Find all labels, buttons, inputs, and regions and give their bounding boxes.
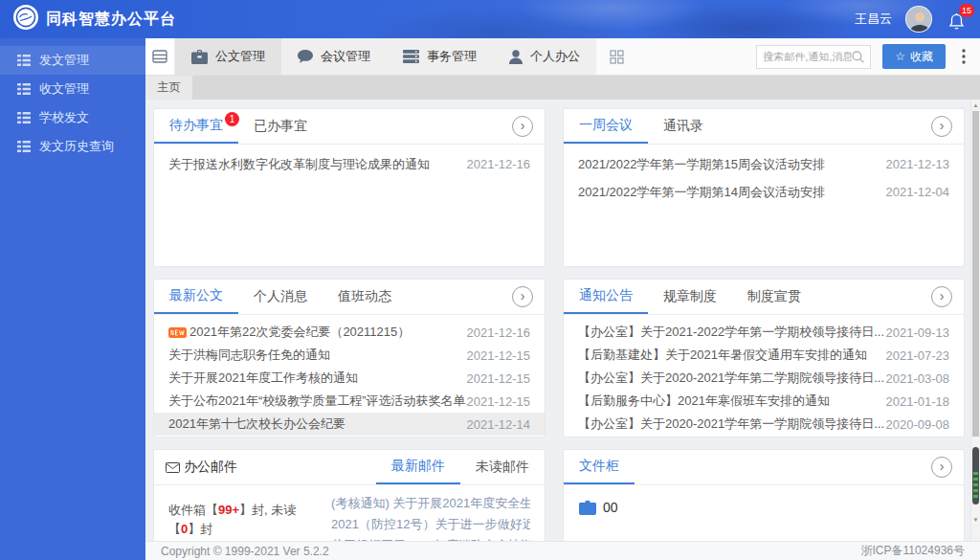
layout-icon bbox=[152, 50, 167, 63]
page-tab-home[interactable]: 主页 bbox=[145, 76, 192, 100]
new-icon bbox=[168, 327, 187, 338]
vertical-scrollbar[interactable]: ▲ ▼ bbox=[970, 100, 980, 541]
card-file-cabinet: 文件柜 › 00 bbox=[563, 449, 965, 541]
list-item[interactable]: 关于洪梅同志职务任免的通知 2021-12-15 bbox=[154, 344, 545, 367]
scroll-down-arrow[interactable]: ▼ bbox=[971, 515, 980, 525]
module-tab-personal[interactable]: 个人办公 bbox=[493, 38, 596, 75]
list-item[interactable]: 【后勤服务中心】2021年寒假班车安排的通知 2021-01-18 bbox=[564, 390, 964, 413]
folder-item[interactable]: 00 bbox=[579, 500, 948, 515]
tab-week-meetings[interactable]: 一周会议 bbox=[564, 109, 648, 144]
list-item[interactable]: 关于公布2021年“校级教学质量工程”评选活动获奖名单... 2021-12-1… bbox=[154, 390, 545, 413]
tab-pending-tasks[interactable]: 待办事宜 1 bbox=[154, 109, 238, 144]
notification-count-badge: 15 bbox=[959, 4, 974, 17]
folder-label: 00 bbox=[603, 500, 618, 515]
module-tab-meetings[interactable]: 会议管理 bbox=[281, 38, 387, 75]
tab-duty-updates[interactable]: 值班动态 bbox=[323, 280, 407, 314]
card-latest-documents: 最新公文 个人消息 值班动态 › 2021年第22次党委会纪要（20211215… bbox=[153, 279, 546, 437]
inbox-count: 99+ bbox=[218, 503, 239, 517]
list-item[interactable]: 2021/2022学年第一学期第15周会议活动安排 2021-12-13 bbox=[564, 150, 964, 178]
list-item[interactable]: 【办公室】关于2021-2022学年第一学期校领导接待日... 2021-09-… bbox=[564, 321, 964, 344]
search-input[interactable] bbox=[763, 51, 852, 62]
app-title: 同科智慧办公平台 bbox=[46, 10, 176, 30]
mail-list: (考核通知) 关于开展2021年度安全生产暨... 2021（防控12号）关于进… bbox=[331, 485, 530, 541]
sidebar-item-doc-history[interactable]: 发文历史查询 bbox=[0, 132, 145, 161]
list-item[interactable]: 【办公室】关于2020-2021学年第一学期院领导接待日... 2020-09-… bbox=[564, 413, 964, 436]
notification-bell-icon[interactable]: 15 bbox=[946, 8, 967, 31]
tab-latest-documents[interactable]: 最新公文 bbox=[154, 280, 238, 314]
dashboard: 待办事宜 1 已办事宜 › 关于报送水利数字化改革制度与理论成果的通知 2021… bbox=[145, 100, 980, 541]
app-header: 同科智慧办公平台 王昌云 15 bbox=[0, 0, 980, 38]
briefcase-icon bbox=[191, 50, 208, 64]
list-item[interactable]: 关于开展2021年度工作考核的通知 2021-12-15 bbox=[154, 367, 545, 390]
tab-latest-mail[interactable]: 最新邮件 bbox=[376, 450, 460, 484]
list-item[interactable]: 【办公室】关于2020-2021学年第二学期院领导接待日... 2021-03-… bbox=[564, 367, 964, 390]
card-office-mail: 办公邮件 最新邮件 未读邮件 收件箱【99+】封, 未读【0】封 发件箱【999… bbox=[153, 449, 546, 541]
user-avatar[interactable] bbox=[905, 6, 932, 33]
list-item[interactable]: 【后勤基建处】关于2021年暑假交通用车安排的通知 2021-07-23 bbox=[564, 344, 964, 367]
icp-number: 浙ICP备11024936号 bbox=[860, 543, 965, 559]
tab-file-cabinet[interactable]: 文件柜 bbox=[564, 450, 635, 484]
collapse-layout-button[interactable] bbox=[145, 38, 175, 75]
cabinet-more-button[interactable]: › bbox=[931, 457, 952, 478]
card-todo: 待办事宜 1 已办事宜 › 关于报送水利数字化改革制度与理论成果的通知 2021… bbox=[153, 108, 546, 267]
floating-dock-widget[interactable] bbox=[972, 447, 979, 504]
list-icon bbox=[17, 112, 31, 123]
tab-notices[interactable]: 通知公告 bbox=[564, 280, 648, 314]
open-page-tabs: 主页 bbox=[145, 76, 980, 100]
more-options-button[interactable] bbox=[957, 49, 970, 64]
envelope-icon bbox=[166, 462, 180, 473]
tab-policy-promotion[interactable]: 制度宣贯 bbox=[732, 280, 816, 314]
mail-card-title: 办公邮件 bbox=[166, 450, 237, 484]
mail-item[interactable]: 2021（防控12号）关于进一步做好近期校园... bbox=[331, 514, 530, 535]
card-week-meetings: 一周会议 通讯录 › 2021/2022学年第一学期第15周会议活动安排 202… bbox=[563, 108, 965, 267]
kebab-menu-icon bbox=[962, 49, 966, 64]
sidebar: 发文管理 收文管理 学校发文 发文历史查询 bbox=[0, 38, 145, 560]
module-tab-documents[interactable]: 公文管理 bbox=[175, 38, 281, 75]
search-icon bbox=[852, 51, 864, 63]
list-item[interactable]: 2021年第22次党委会纪要（20211215） 2021-12-16 bbox=[154, 321, 545, 344]
notices-more-button[interactable]: › bbox=[931, 286, 952, 307]
tab-rules[interactable]: 规章制度 bbox=[648, 280, 732, 314]
grid-icon bbox=[610, 50, 624, 64]
meetings-more-button[interactable]: › bbox=[931, 116, 952, 137]
mailbox-stats[interactable]: 收件箱【99+】封, 未读【0】封 发件箱【999+】封，已用 bbox=[168, 485, 331, 541]
list-item[interactable]: 2021/2022学年第一学期第14周会议活动安排 2021-12-04 bbox=[564, 178, 964, 206]
tab-contacts[interactable]: 通讯录 bbox=[648, 109, 719, 144]
pending-count-badge: 1 bbox=[225, 112, 239, 126]
sidebar-item-outgoing-docs[interactable]: 发文管理 bbox=[0, 46, 145, 75]
sidebar-item-incoming-docs[interactable]: 收文管理 bbox=[0, 75, 145, 103]
tab-done-tasks[interactable]: 已办事宜 bbox=[238, 109, 323, 144]
list-item[interactable]: 2021年第十七次校长办公会纪要 2021-12-14 bbox=[154, 413, 545, 436]
chat-icon bbox=[298, 50, 313, 63]
tasks-icon bbox=[403, 50, 419, 63]
copyright-text: Copyright © 1999-2021 Ver 5.2.2 bbox=[161, 545, 329, 558]
content-area: 公文管理 会议管理 事务管理 个人办公 ☆ bbox=[145, 38, 980, 560]
list-icon bbox=[17, 83, 31, 95]
scroll-up-arrow[interactable]: ▲ bbox=[971, 101, 980, 110]
list-item[interactable]: 关于报送水利数字化改革制度与理论成果的通知 2021-12-16 bbox=[154, 150, 545, 178]
search-box bbox=[756, 45, 871, 69]
documents-more-button[interactable]: › bbox=[512, 286, 533, 307]
list-icon bbox=[17, 55, 31, 66]
current-username[interactable]: 王昌云 bbox=[855, 11, 892, 28]
star-icon: ☆ bbox=[895, 50, 905, 63]
logo-emblem-icon bbox=[13, 5, 38, 34]
tab-unread-mail[interactable]: 未读邮件 bbox=[460, 450, 545, 484]
card-notices: 通知公告 规章制度 制度宣贯 › 【办公室】关于2021-2022学年第一学期校… bbox=[563, 279, 965, 437]
module-toolbar: 公文管理 会议管理 事务管理 个人办公 ☆ bbox=[145, 38, 980, 76]
module-tab-affairs[interactable]: 事务管理 bbox=[387, 38, 493, 75]
sidebar-item-school-docs[interactable]: 学校发文 bbox=[0, 103, 145, 132]
dock-widget-stripes bbox=[973, 472, 978, 498]
mail-item[interactable]: (考核通知) 关于开展2021年度安全生产暨... bbox=[331, 493, 530, 514]
user-icon bbox=[509, 50, 523, 64]
module-grid-button[interactable] bbox=[596, 38, 636, 75]
todo-more-button[interactable]: › bbox=[512, 116, 533, 137]
app-logo: 同科智慧办公平台 bbox=[13, 5, 176, 34]
favorite-button[interactable]: ☆ 收藏 bbox=[882, 44, 946, 69]
folder-icon bbox=[579, 501, 596, 515]
page-footer: Copyright © 1999-2021 Ver 5.2.2 浙ICP备110… bbox=[145, 541, 980, 560]
scrollbar-thumb[interactable] bbox=[972, 111, 979, 437]
tab-personal-messages[interactable]: 个人消息 bbox=[238, 280, 323, 314]
list-icon bbox=[17, 141, 31, 152]
